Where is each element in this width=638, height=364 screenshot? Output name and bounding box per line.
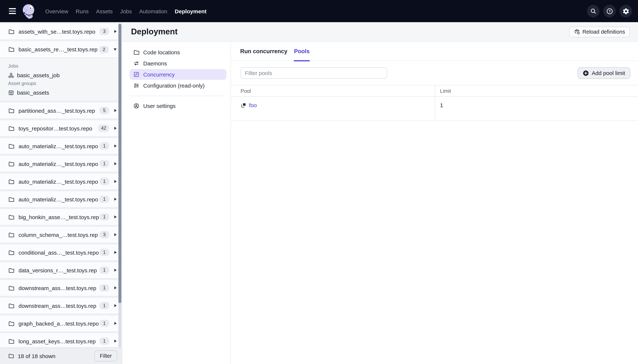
menu-icon[interactable] [0,0,18,22]
repo-name: column_schema_…test.toys.rep [19,232,100,238]
repo-row[interactable]: assets_with_se…test.toys.repo 3 [0,23,122,40]
repo-row[interactable]: partitioned_ass…_test.toys.rep 5 [0,102,122,119]
chevron-right-icon[interactable] [114,127,117,130]
reload-definitions-label: Reload definitions [582,29,625,35]
add-pool-limit-button[interactable]: Add pool limit [578,67,630,79]
help-icon[interactable]: ? [603,5,616,17]
add-pool-limit-label: Add pool limit [592,70,625,76]
subnav-item-concurrency[interactable]: Concurrency [129,69,227,80]
repo-row[interactable]: auto_materializ…_test.toys.repo 1 [0,155,122,172]
repo-count-badge: 1 [100,160,109,168]
main-nav-links: OverviewRunsAssetsJobsAutomationDeployme… [45,8,206,14]
folder-icon [8,196,15,202]
repo-row[interactable]: column_schema_…test.toys.rep 3 [0,226,122,243]
nav-link[interactable]: Overview [45,8,68,14]
folder-icon [8,338,15,344]
repo-name: big_honkin_asse…_test.toys.rep [19,214,100,220]
repo-count-badge: 1 [100,178,109,185]
subnav-label: User settings [143,103,176,109]
pools-table-body: foo 1 [231,97,638,121]
repo-row[interactable]: graph_backed_a…test.toys.repo 1 [0,315,122,332]
repo-count-badge: 42 [98,124,109,132]
repo-row[interactable]: long_asset_keys…test.toys.rep 1 [0,332,122,347]
folder-icon [8,214,15,220]
code-location-sidebar: assets_with_se…test.toys.repo 3 basic_as… [0,22,122,364]
chevron-right-icon[interactable] [114,322,117,325]
folder-icon [8,107,15,114]
tab-run-concurrency[interactable]: Run concurrency [240,42,287,61]
repo-row[interactable]: data_versions_r…_test.toys.rep 1 [0,262,122,279]
chevron-right-icon[interactable] [114,30,117,33]
job-item[interactable]: basic_assets_job [8,72,117,78]
subnav-item-daemons[interactable]: Daemons [129,58,227,68]
repo-row[interactable]: auto_materializ…_test.toys.repo 1 [0,191,122,208]
pools-table: Pool Limit foo [231,85,638,121]
subnav-label: Concurrency [143,71,175,78]
chevron-right-icon[interactable] [114,198,117,201]
repo-list: assets_with_se…test.toys.repo 3 basic_as… [0,22,122,347]
chevron-right-icon[interactable] [114,216,117,218]
pool-link[interactable]: foo [241,102,257,108]
repo-row[interactable]: downstream_ass…test.toys.rep 1 [0,279,122,296]
plus-circle-icon [583,70,589,76]
repo-count-badge: 2 [99,46,109,53]
reload-definitions-button[interactable]: Reload definitions [569,26,630,37]
nav-link[interactable]: Assets [96,8,113,14]
chevron-right-icon[interactable] [114,304,117,307]
subnav-item-configuration[interactable]: Configuration (read-only) [129,80,227,91]
nav-link[interactable]: Jobs [120,8,132,14]
chevron-right-icon[interactable] [114,269,117,272]
search-icon[interactable] [587,5,599,17]
repo-row[interactable]: basic_assets_re…_test.toys.rep 2 [0,41,122,58]
page-title: Deployment [131,27,569,36]
sidebar-scrollbar-thumb[interactable] [118,24,121,303]
repo-name: auto_materializ…_test.toys.repo [19,160,100,167]
folder-icon [8,267,15,273]
repo-name: partitioned_ass…_test.toys.rep [19,107,100,114]
folder-icon [8,28,15,34]
repo-row[interactable]: downstream_ass…test.toys.rep 1 [0,297,122,314]
folder-icon [8,143,15,149]
repo-row[interactable]: auto_materializ…_test.toys.repo 1 [0,173,122,190]
folder-icon [8,285,15,291]
pool-column-header: Pool [231,85,435,96]
folder-icon [8,160,15,167]
repo-row[interactable]: toys_repositor…test.toys.repo 42 [0,120,122,137]
nav-link[interactable]: Deployment [175,8,206,14]
repo-name: auto_materializ…_test.toys.repo [19,196,100,202]
chevron-right-icon[interactable] [114,340,117,342]
chevron-right-icon[interactable] [114,233,117,236]
main-content: Deployment Reload definitions Code locat… [122,22,638,364]
repo-count-badge: 1 [100,266,109,274]
filter-button[interactable]: Filter [94,350,117,362]
job-icon [8,72,14,78]
settings-icon[interactable] [619,5,632,17]
tab-pools[interactable]: Pools [294,42,310,61]
deployment-subnav: Code locations Daemons Concurrency Confi… [122,42,231,364]
chevron-right-icon[interactable] [114,109,117,112]
repo-name: conditional_ass…_test.toys.repo [19,249,100,256]
repo-row[interactable]: conditional_ass…_test.toys.repo 1 [0,244,122,261]
chevron-right-icon[interactable] [114,144,117,148]
repo-row[interactable]: big_honkin_asse…_test.toys.rep 1 [0,208,122,226]
user-icon [133,103,139,109]
dagster-logo-icon[interactable] [22,4,36,20]
filter-pools-input[interactable] [241,67,387,79]
chevron-down-icon[interactable] [114,48,117,50]
subnav-item-code-locations[interactable]: Code locations [129,47,227,58]
subnav-item-user-settings[interactable]: User settings [129,101,227,111]
nav-link[interactable]: Automation [139,8,167,14]
nav-link[interactable]: Runs [76,8,89,14]
chevron-right-icon[interactable] [114,251,117,254]
chevron-right-icon[interactable] [114,286,117,289]
limit-column-header: Limit [435,85,638,96]
chevron-right-icon[interactable] [114,180,117,183]
asset-group-item[interactable]: basic_assets [8,90,117,96]
pool-icon [241,102,247,108]
subnav-label: Configuration (read-only) [143,82,205,89]
chevron-right-icon[interactable] [114,162,117,165]
sidebar-scrollbar[interactable] [118,24,121,347]
concurrency-panel: Run concurrency Pools Add pool limit [231,42,638,364]
asset-group-icon [8,90,14,96]
repo-row[interactable]: auto_materializ…_test.toys.repo 1 [0,138,122,154]
